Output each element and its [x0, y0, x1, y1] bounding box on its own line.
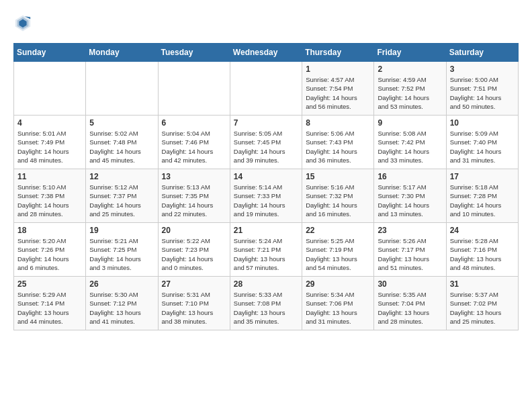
calendar-cell	[158, 62, 230, 116]
day-info: Sunrise: 5:18 AM Sunset: 7:28 PM Dayligh…	[450, 183, 515, 218]
calendar-cell: 17Sunrise: 5:18 AM Sunset: 7:28 PM Dayli…	[446, 169, 518, 223]
weekday-header-thursday: Thursday	[302, 44, 374, 62]
day-number: 22	[306, 226, 370, 235]
calendar-cell: 31Sunrise: 5:37 AM Sunset: 7:02 PM Dayli…	[446, 277, 518, 330]
day-info: Sunrise: 5:20 AM Sunset: 7:26 PM Dayligh…	[17, 236, 82, 272]
calendar-cell: 10Sunrise: 5:09 AM Sunset: 7:40 PM Dayli…	[446, 116, 518, 169]
day-info: Sunrise: 5:12 AM Sunset: 7:37 PM Dayligh…	[89, 183, 154, 218]
day-number: 8	[306, 118, 370, 128]
day-info: Sunrise: 5:09 AM Sunset: 7:40 PM Dayligh…	[450, 129, 515, 165]
calendar-cell: 23Sunrise: 5:26 AM Sunset: 7:17 PM Dayli…	[374, 223, 446, 277]
calendar-cell	[86, 62, 158, 116]
day-number: 13	[162, 172, 226, 181]
day-number: 28	[234, 279, 298, 289]
calendar-cell: 14Sunrise: 5:14 AM Sunset: 7:33 PM Dayli…	[230, 169, 302, 223]
day-number: 3	[450, 64, 515, 74]
day-info: Sunrise: 5:08 AM Sunset: 7:42 PM Dayligh…	[378, 129, 442, 165]
calendar-cell: 19Sunrise: 5:21 AM Sunset: 7:25 PM Dayli…	[86, 223, 158, 277]
day-info: Sunrise: 5:33 AM Sunset: 7:08 PM Dayligh…	[234, 290, 298, 326]
day-number: 31	[450, 279, 515, 289]
day-info: Sunrise: 5:00 AM Sunset: 7:51 PM Dayligh…	[450, 75, 515, 111]
day-info: Sunrise: 5:02 AM Sunset: 7:48 PM Dayligh…	[89, 129, 154, 165]
calendar-cell: 2Sunrise: 4:59 AM Sunset: 7:52 PM Daylig…	[374, 62, 446, 116]
weekday-header-monday: Monday	[86, 44, 158, 62]
calendar-cell: 8Sunrise: 5:06 AM Sunset: 7:43 PM Daylig…	[302, 116, 374, 169]
day-info: Sunrise: 5:29 AM Sunset: 7:14 PM Dayligh…	[17, 290, 82, 326]
calendar-cell: 16Sunrise: 5:17 AM Sunset: 7:30 PM Dayli…	[374, 169, 446, 223]
day-info: Sunrise: 5:34 AM Sunset: 7:06 PM Dayligh…	[306, 290, 370, 326]
day-number: 23	[378, 226, 442, 235]
calendar-week-row: 11Sunrise: 5:10 AM Sunset: 7:38 PM Dayli…	[14, 169, 519, 223]
day-info: Sunrise: 5:21 AM Sunset: 7:25 PM Dayligh…	[89, 236, 154, 272]
calendar-week-row: 1Sunrise: 4:57 AM Sunset: 7:54 PM Daylig…	[14, 62, 519, 116]
day-number: 30	[378, 279, 442, 289]
weekday-header-tuesday: Tuesday	[158, 44, 230, 62]
day-info: Sunrise: 5:24 AM Sunset: 7:21 PM Dayligh…	[234, 236, 298, 272]
weekday-header-wednesday: Wednesday	[230, 44, 302, 62]
calendar-cell: 11Sunrise: 5:10 AM Sunset: 7:38 PM Dayli…	[14, 169, 86, 223]
day-number: 29	[306, 279, 370, 289]
day-number: 27	[162, 279, 226, 289]
day-info: Sunrise: 5:05 AM Sunset: 7:45 PM Dayligh…	[234, 129, 298, 165]
day-number: 7	[234, 118, 298, 128]
day-info: Sunrise: 5:37 AM Sunset: 7:02 PM Dayligh…	[450, 290, 515, 326]
calendar-cell: 4Sunrise: 5:01 AM Sunset: 7:49 PM Daylig…	[14, 116, 86, 169]
calendar-cell: 15Sunrise: 5:16 AM Sunset: 7:32 PM Dayli…	[302, 169, 374, 223]
calendar-cell: 28Sunrise: 5:33 AM Sunset: 7:08 PM Dayli…	[230, 277, 302, 330]
day-number: 18	[17, 226, 82, 235]
calendar-cell: 25Sunrise: 5:29 AM Sunset: 7:14 PM Dayli…	[14, 277, 86, 330]
day-number: 14	[234, 172, 298, 181]
weekday-header-sunday: Sunday	[14, 44, 86, 62]
day-info: Sunrise: 5:35 AM Sunset: 7:04 PM Dayligh…	[378, 290, 442, 326]
day-number: 15	[306, 172, 370, 181]
calendar-cell: 30Sunrise: 5:35 AM Sunset: 7:04 PM Dayli…	[374, 277, 446, 330]
day-number: 17	[450, 172, 515, 181]
calendar-cell: 24Sunrise: 5:28 AM Sunset: 7:16 PM Dayli…	[446, 223, 518, 277]
day-number: 6	[162, 118, 226, 128]
day-number: 24	[450, 226, 515, 235]
logo	[13, 13, 35, 32]
day-number: 10	[450, 118, 515, 128]
calendar-table: SundayMondayTuesdayWednesdayThursdayFrid…	[13, 43, 519, 330]
day-info: Sunrise: 5:26 AM Sunset: 7:17 PM Dayligh…	[378, 236, 442, 272]
calendar-cell: 27Sunrise: 5:31 AM Sunset: 7:10 PM Dayli…	[158, 277, 230, 330]
calendar-cell: 12Sunrise: 5:12 AM Sunset: 7:37 PM Dayli…	[86, 169, 158, 223]
calendar-cell	[14, 62, 86, 116]
day-number: 4	[17, 118, 82, 128]
day-info: Sunrise: 5:14 AM Sunset: 7:33 PM Dayligh…	[234, 183, 298, 218]
weekday-header-row: SundayMondayTuesdayWednesdayThursdayFrid…	[14, 44, 519, 62]
day-number: 9	[378, 118, 442, 128]
day-info: Sunrise: 5:01 AM Sunset: 7:49 PM Dayligh…	[17, 129, 82, 165]
calendar-cell: 6Sunrise: 5:04 AM Sunset: 7:46 PM Daylig…	[158, 116, 230, 169]
calendar-cell: 5Sunrise: 5:02 AM Sunset: 7:48 PM Daylig…	[86, 116, 158, 169]
calendar-week-row: 4Sunrise: 5:01 AM Sunset: 7:49 PM Daylig…	[14, 116, 519, 169]
day-info: Sunrise: 5:22 AM Sunset: 7:23 PM Dayligh…	[162, 236, 226, 272]
day-number: 5	[89, 118, 154, 128]
day-number: 1	[306, 64, 370, 74]
day-number: 12	[89, 172, 154, 181]
calendar-cell: 20Sunrise: 5:22 AM Sunset: 7:23 PM Dayli…	[158, 223, 230, 277]
calendar-cell: 18Sunrise: 5:20 AM Sunset: 7:26 PM Dayli…	[14, 223, 86, 277]
calendar-cell: 26Sunrise: 5:30 AM Sunset: 7:12 PM Dayli…	[86, 277, 158, 330]
calendar-cell	[230, 62, 302, 116]
day-number: 20	[162, 226, 226, 235]
weekday-header-friday: Friday	[374, 44, 446, 62]
day-info: Sunrise: 5:10 AM Sunset: 7:38 PM Dayligh…	[17, 183, 82, 218]
day-number: 2	[378, 64, 442, 74]
calendar-cell: 22Sunrise: 5:25 AM Sunset: 7:19 PM Dayli…	[302, 223, 374, 277]
weekday-header-saturday: Saturday	[446, 44, 518, 62]
day-number: 26	[89, 279, 154, 289]
logo-icon	[13, 13, 32, 32]
calendar-cell: 29Sunrise: 5:34 AM Sunset: 7:06 PM Dayli…	[302, 277, 374, 330]
page-header	[13, 13, 519, 32]
calendar-cell: 3Sunrise: 5:00 AM Sunset: 7:51 PM Daylig…	[446, 62, 518, 116]
calendar-cell: 13Sunrise: 5:13 AM Sunset: 7:35 PM Dayli…	[158, 169, 230, 223]
day-info: Sunrise: 5:25 AM Sunset: 7:19 PM Dayligh…	[306, 236, 370, 272]
day-number: 11	[17, 172, 82, 181]
calendar-cell: 1Sunrise: 4:57 AM Sunset: 7:54 PM Daylig…	[302, 62, 374, 116]
calendar-cell: 7Sunrise: 5:05 AM Sunset: 7:45 PM Daylig…	[230, 116, 302, 169]
day-info: Sunrise: 5:04 AM Sunset: 7:46 PM Dayligh…	[162, 129, 226, 165]
day-info: Sunrise: 5:13 AM Sunset: 7:35 PM Dayligh…	[162, 183, 226, 218]
day-info: Sunrise: 5:28 AM Sunset: 7:16 PM Dayligh…	[450, 236, 515, 272]
day-number: 21	[234, 226, 298, 235]
